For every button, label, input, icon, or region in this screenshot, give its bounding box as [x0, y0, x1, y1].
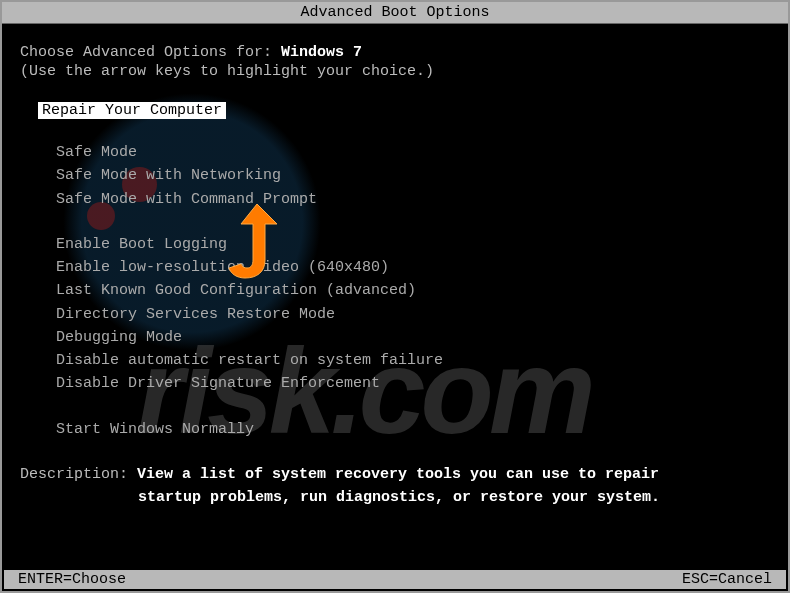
menu-option-safe-mode[interactable]: Safe Mode: [56, 141, 770, 164]
page-title: Advanced Boot Options: [300, 4, 489, 21]
os-name: Windows 7: [281, 44, 362, 61]
menu-option-repair-computer[interactable]: Repair Your Computer: [38, 102, 226, 119]
footer-bar: ENTER=Choose ESC=Cancel: [4, 570, 786, 589]
prompt-line: Choose Advanced Options for: Windows 7: [20, 44, 770, 61]
description-block: Description: View a list of system recov…: [20, 463, 770, 510]
menu-option-safe-mode-networking[interactable]: Safe Mode with Networking: [56, 164, 770, 187]
menu-option-debugging-mode[interactable]: Debugging Mode: [56, 326, 770, 349]
footer-enter-hint: ENTER=Choose: [18, 571, 126, 588]
menu-group-advanced: Enable Boot Logging Enable low-resolutio…: [56, 233, 770, 396]
menu-option-directory-services-restore[interactable]: Directory Services Restore Mode: [56, 303, 770, 326]
menu-group-safe-mode: Safe Mode Safe Mode with Networking Safe…: [56, 141, 770, 211]
menu-option-disable-driver-signature[interactable]: Disable Driver Signature Enforcement: [56, 372, 770, 395]
menu-option-safe-mode-command-prompt[interactable]: Safe Mode with Command Prompt: [56, 188, 770, 211]
description-text-line2: startup problems, run diagnostics, or re…: [138, 486, 770, 509]
footer-esc-hint: ESC=Cancel: [682, 571, 772, 588]
prompt-prefix: Choose Advanced Options for:: [20, 44, 281, 61]
description-text-line1: View a list of system recovery tools you…: [137, 466, 659, 483]
instruction-text: (Use the arrow keys to highlight your ch…: [20, 63, 770, 80]
menu-group-normal: Start Windows Normally: [56, 418, 770, 441]
menu-option-low-res-video[interactable]: Enable low-resolution video (640x480): [56, 256, 770, 279]
menu-option-boot-logging[interactable]: Enable Boot Logging: [56, 233, 770, 256]
description-label: Description:: [20, 466, 137, 483]
menu-option-last-known-good[interactable]: Last Known Good Configuration (advanced): [56, 279, 770, 302]
title-bar: Advanced Boot Options: [2, 2, 788, 24]
menu-option-disable-auto-restart[interactable]: Disable automatic restart on system fail…: [56, 349, 770, 372]
menu-option-start-normally[interactable]: Start Windows Normally: [56, 418, 770, 441]
